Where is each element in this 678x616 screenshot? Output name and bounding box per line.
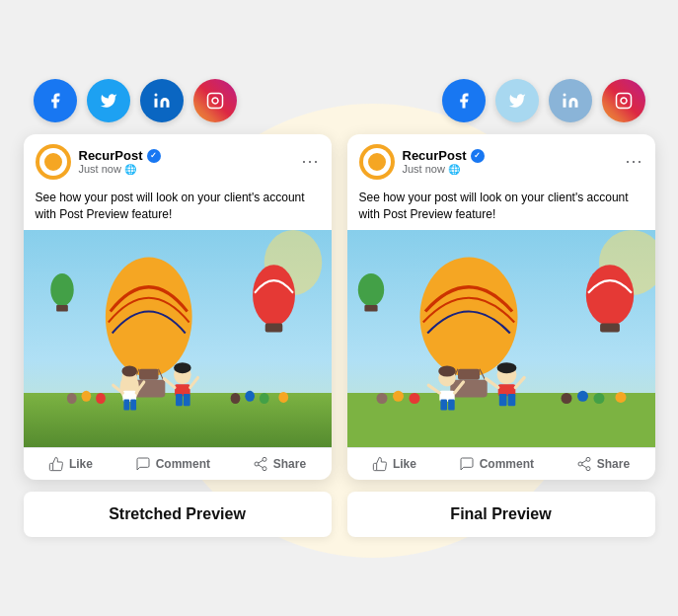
time-right: Just now <box>403 163 445 175</box>
comment-label-right: Comment <box>480 457 534 471</box>
card-image-stretched <box>24 230 332 447</box>
svg-point-3 <box>563 93 565 96</box>
instagram-icon-right[interactable] <box>602 79 645 122</box>
comment-label-left: Comment <box>156 457 210 471</box>
svg-point-49 <box>419 258 517 377</box>
stretched-preview-card: RecurPost ✓ Just now 🌐 ··· See how your … <box>24 134 332 481</box>
svg-point-39 <box>259 393 268 404</box>
svg-point-0 <box>154 93 157 96</box>
svg-rect-16 <box>264 324 282 333</box>
like-button-right[interactable]: Like <box>372 456 416 472</box>
svg-point-81 <box>586 467 590 471</box>
svg-line-83 <box>581 461 586 464</box>
svg-point-41 <box>263 458 266 462</box>
svg-point-59 <box>438 366 456 377</box>
svg-point-43 <box>263 467 266 471</box>
svg-rect-61 <box>440 400 447 411</box>
svg-rect-11 <box>139 369 159 380</box>
share-button-right[interactable]: Share <box>576 456 630 472</box>
svg-point-56 <box>357 273 383 306</box>
comment-button-left[interactable]: Comment <box>135 456 210 472</box>
svg-rect-62 <box>448 400 455 411</box>
svg-rect-1 <box>207 93 222 108</box>
like-button-left[interactable]: Like <box>48 456 93 472</box>
card-time-left: Just now 🌐 <box>79 163 294 175</box>
page-wrapper: RecurPost ✓ Just now 🌐 ··· See how your … <box>0 0 678 616</box>
svg-point-73 <box>393 391 404 402</box>
card-name-right: RecurPost ✓ <box>403 148 618 163</box>
svg-line-44 <box>258 465 263 468</box>
stretched-preview-label: Stretched Preview <box>24 492 332 537</box>
comment-button-right[interactable]: Comment <box>459 456 534 472</box>
svg-point-42 <box>255 462 259 466</box>
facebook-icon-left[interactable] <box>34 79 77 122</box>
linkedin-icon-left[interactable] <box>140 79 184 122</box>
twitter-icon-right[interactable] <box>495 79 539 122</box>
svg-point-17 <box>50 273 73 306</box>
svg-point-66 <box>496 362 516 373</box>
svg-rect-31 <box>183 394 189 406</box>
card-meta-left: RecurPost ✓ Just now 🌐 <box>79 148 294 175</box>
card-text-left: See how your post will look on your clie… <box>24 186 332 231</box>
svg-rect-69 <box>507 394 515 406</box>
avatar-logo-left <box>42 151 64 173</box>
svg-point-28 <box>174 362 191 373</box>
globe-icon-left: 🌐 <box>124 164 136 175</box>
svg-point-34 <box>66 393 76 404</box>
svg-rect-18 <box>56 305 68 312</box>
card-header-right: RecurPost ✓ Just now 🌐 ··· <box>347 134 655 186</box>
svg-point-9 <box>105 258 191 377</box>
avatar-left <box>36 144 71 180</box>
svg-point-78 <box>615 392 626 403</box>
card-footer-left: Like Comment Share <box>24 447 332 480</box>
final-preview-card: RecurPost ✓ Just now 🌐 ··· See how your … <box>347 134 655 481</box>
time-left: Just now <box>79 163 121 175</box>
verified-icon-left: ✓ <box>147 149 161 163</box>
avatar-inner-left <box>39 148 67 176</box>
svg-rect-50 <box>458 369 480 380</box>
svg-point-36 <box>96 393 106 404</box>
svg-line-82 <box>581 465 586 468</box>
svg-rect-55 <box>600 324 620 333</box>
svg-rect-4 <box>616 93 631 108</box>
brand-name-left: RecurPost <box>79 148 143 163</box>
verified-icon-right: ✓ <box>471 149 485 163</box>
instagram-icon-left[interactable] <box>193 79 237 122</box>
left-social-icons <box>34 79 334 122</box>
like-label-left: Like <box>69 457 93 471</box>
svg-point-38 <box>245 391 255 402</box>
svg-point-74 <box>409 393 419 404</box>
svg-point-72 <box>376 393 387 404</box>
svg-line-45 <box>258 461 263 464</box>
brand-name-right: RecurPost <box>403 148 467 163</box>
social-icons-row <box>14 79 665 122</box>
svg-point-15 <box>253 265 295 326</box>
twitter-icon-left[interactable] <box>87 79 130 122</box>
share-button-left[interactable]: Share <box>253 456 306 472</box>
facebook-icon-right[interactable] <box>442 79 486 122</box>
card-header-left: RecurPost ✓ Just now 🌐 ··· <box>24 134 332 186</box>
labels-row: Stretched Preview Final Preview <box>14 480 665 537</box>
card-image-final <box>347 230 655 447</box>
linkedin-icon-right[interactable] <box>549 79 592 122</box>
svg-point-37 <box>230 393 240 404</box>
cards-row: RecurPost ✓ Just now 🌐 ··· See how your … <box>14 134 665 481</box>
share-label-right: Share <box>597 457 630 471</box>
svg-point-77 <box>593 393 604 404</box>
svg-point-75 <box>561 393 571 404</box>
svg-point-80 <box>578 462 582 466</box>
card-time-right: Just now 🌐 <box>403 163 618 175</box>
svg-rect-53 <box>450 380 487 398</box>
avatar-inner-right <box>363 148 391 176</box>
share-label-left: Share <box>273 457 306 471</box>
svg-point-76 <box>577 391 588 402</box>
card-text-right: See how your post will look on your clie… <box>347 186 655 231</box>
svg-point-54 <box>585 265 633 326</box>
more-options-right[interactable]: ··· <box>625 151 642 172</box>
svg-rect-22 <box>130 400 136 411</box>
card-meta-right: RecurPost ✓ Just now 🌐 <box>403 148 618 175</box>
card-name-left: RecurPost ✓ <box>79 148 294 163</box>
more-options-left[interactable]: ··· <box>301 151 319 172</box>
globe-icon-right: 🌐 <box>448 164 460 175</box>
svg-point-26 <box>121 366 137 377</box>
